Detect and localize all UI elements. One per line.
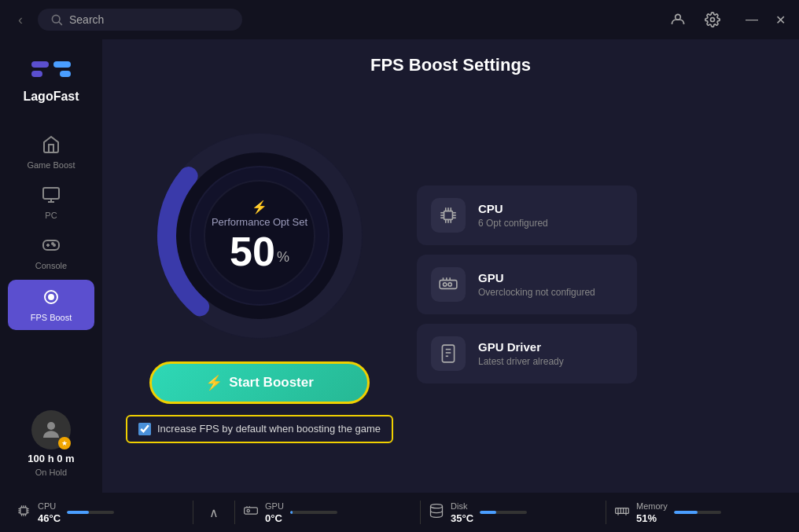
status-item-gpu: GPU 0°C bbox=[243, 501, 412, 524]
back-button[interactable]: ‹ bbox=[9, 9, 31, 31]
status-item-disk: Disk 35°C bbox=[429, 501, 598, 524]
fps-checkbox[interactable] bbox=[138, 423, 151, 435]
sidebar-label-game-boost: Game Boost bbox=[27, 160, 75, 170]
sidebar-label-fps-boost: FPS Boost bbox=[31, 313, 72, 322]
sidebar: LagoFast Game Boost PC bbox=[0, 39, 102, 493]
window-controls: — ✕ bbox=[742, 10, 790, 29]
svg-rect-6 bbox=[53, 61, 71, 68]
svg-rect-4 bbox=[31, 61, 49, 68]
svg-line-1 bbox=[59, 22, 62, 25]
status-cpu-bar bbox=[67, 511, 114, 514]
settings-icon[interactable] bbox=[701, 9, 724, 31]
title-bar-left: ‹ Search bbox=[9, 9, 242, 31]
sidebar-item-pc[interactable]: PC bbox=[0, 178, 102, 228]
status-disk-fill bbox=[480, 511, 496, 514]
gpu-card-info: GPU Overclocking not configured bbox=[478, 271, 595, 298]
gauge-container: ⚡ Performance Opt Set 50 % bbox=[149, 126, 370, 346]
gauge-center: ⚡ Performance Opt Set 50 % bbox=[212, 200, 307, 272]
logo-icon bbox=[31, 55, 71, 86]
divider-3 bbox=[420, 501, 421, 524]
status-item-cpu: CPU 46°C bbox=[16, 501, 185, 524]
status-cpu-icon bbox=[16, 503, 31, 523]
console-icon bbox=[42, 236, 61, 258]
status-item-memory: Memory 51% bbox=[614, 501, 783, 524]
fps-checkbox-label: Increase FPS by default when boosting th… bbox=[157, 423, 381, 435]
title-bar-right: — ✕ bbox=[667, 9, 790, 31]
sidebar-item-console[interactable]: Console bbox=[0, 228, 102, 278]
svg-point-39 bbox=[448, 282, 451, 285]
title-bar: ‹ Search — ✕ bbox=[0, 0, 799, 39]
gpu-card-icon bbox=[431, 267, 466, 302]
gauge-value: 50 bbox=[230, 231, 275, 272]
svg-point-15 bbox=[52, 243, 53, 244]
svg-point-2 bbox=[676, 14, 681, 20]
cpu-card[interactable]: CPU 6 Opt configured bbox=[417, 185, 637, 245]
gauge-percent: % bbox=[277, 249, 289, 266]
status-disk-label: Disk bbox=[451, 501, 473, 511]
search-box[interactable]: Search bbox=[38, 9, 242, 31]
start-booster-lightning: ⚡ bbox=[205, 374, 223, 391]
fps-boost-icon bbox=[42, 288, 61, 310]
divider-2 bbox=[234, 501, 235, 524]
gauge-lightning: ⚡ bbox=[252, 200, 267, 215]
status-memory-bar bbox=[674, 511, 721, 514]
logo-text: LagoFast bbox=[23, 90, 79, 104]
status-gpu-value: 0°C bbox=[265, 512, 284, 524]
gpu-card[interactable]: GPU Overclocking not configured bbox=[417, 255, 637, 314]
chevron-up-icon[interactable]: ∧ bbox=[209, 505, 219, 520]
status-cpu-fill bbox=[67, 511, 89, 514]
gpu-card-subtitle: Overclocking not configured bbox=[478, 287, 595, 298]
gpu-driver-card-info: GPU Driver Latest driver already bbox=[478, 340, 564, 367]
cpu-card-title: CPU bbox=[478, 202, 548, 215]
status-memory-fill bbox=[674, 511, 698, 514]
status-disk-value: 35°C bbox=[451, 512, 473, 524]
svg-point-64 bbox=[431, 504, 443, 508]
sidebar-label-pc: PC bbox=[45, 211, 57, 220]
fps-content: ⚡ Performance Opt Set 50 % ⚡ Start Boost… bbox=[126, 91, 775, 477]
status-cpu-label: CPU bbox=[38, 501, 61, 511]
sidebar-item-fps-boost[interactable]: FPS Boost bbox=[8, 280, 94, 330]
game-boost-icon bbox=[42, 135, 61, 157]
status-memory-label: Memory bbox=[636, 501, 668, 511]
right-panel: CPU 6 Opt configured bbox=[417, 185, 637, 383]
sidebar-item-game-boost[interactable]: Game Boost bbox=[0, 127, 102, 178]
gpu-driver-card-icon bbox=[431, 336, 466, 371]
close-button[interactable]: ✕ bbox=[771, 10, 790, 29]
buttons-area: ⚡ Start Booster Increase FPS by default … bbox=[126, 361, 393, 443]
fps-checkbox-row[interactable]: Increase FPS by default when boosting th… bbox=[126, 415, 393, 443]
svg-point-61 bbox=[247, 509, 249, 512]
status-cpu-value: 46°C bbox=[38, 512, 61, 524]
cpu-card-icon bbox=[431, 198, 466, 233]
minimize-button[interactable]: — bbox=[742, 10, 761, 29]
avatar[interactable]: ★ bbox=[31, 410, 71, 449]
svg-rect-7 bbox=[60, 71, 71, 77]
status-disk-icon bbox=[429, 503, 444, 523]
status-memory-info: Memory 51% bbox=[636, 501, 668, 524]
divider-1 bbox=[193, 501, 193, 524]
sidebar-label-console: Console bbox=[35, 261, 67, 270]
gpu-driver-card-title: GPU Driver bbox=[478, 340, 564, 354]
status-gpu-info: GPU 0°C bbox=[265, 501, 284, 524]
svg-point-3 bbox=[711, 18, 715, 22]
start-booster-label: Start Booster bbox=[229, 375, 314, 391]
svg-rect-65 bbox=[616, 508, 629, 513]
support-icon[interactable] bbox=[667, 9, 689, 31]
user-area: ★ 100 h 0 m On Hold bbox=[28, 410, 74, 493]
gauge-section: ⚡ Performance Opt Set 50 % ⚡ Start Boost… bbox=[126, 126, 393, 443]
cpu-card-subtitle: 6 Opt configured bbox=[478, 218, 548, 229]
svg-rect-43 bbox=[442, 345, 454, 362]
start-booster-button[interactable]: ⚡ Start Booster bbox=[149, 361, 370, 404]
cpu-card-info: CPU 6 Opt configured bbox=[478, 202, 548, 229]
content-area: FPS Boost Settings bbox=[102, 39, 799, 493]
search-placeholder: Search bbox=[69, 13, 104, 26]
svg-point-18 bbox=[47, 422, 55, 430]
svg-rect-47 bbox=[20, 507, 27, 513]
gpu-driver-card[interactable]: GPU Driver Latest driver already bbox=[417, 324, 637, 383]
status-disk-bar bbox=[480, 511, 527, 514]
svg-rect-5 bbox=[31, 71, 42, 77]
status-bar: CPU 46°C ∧ GPU 0°C bbox=[0, 493, 799, 532]
svg-rect-24 bbox=[444, 211, 453, 219]
status-gpu-label: GPU bbox=[265, 501, 284, 511]
pc-icon bbox=[42, 185, 61, 207]
main-layout: LagoFast Game Boost PC bbox=[0, 39, 799, 493]
